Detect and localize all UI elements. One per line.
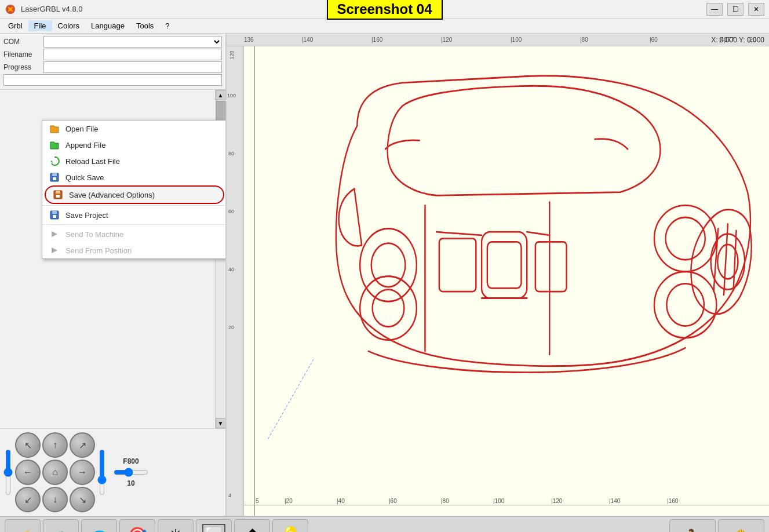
- ruler-left-tick-120: 120: [229, 50, 235, 59]
- left-panel: COM Filename Progress type goc ▲ ▼: [0, 34, 226, 516]
- jog-home-btn[interactable]: ⌂: [42, 460, 68, 485]
- axis-x-140: |140: [609, 498, 620, 504]
- menu-append-file[interactable]: Append File: [42, 137, 225, 153]
- tool-lightning-btn[interactable]: ⚡: [5, 519, 41, 532]
- axis-x-100: |100: [493, 498, 504, 504]
- ruler-top-tick-60: |60: [650, 37, 658, 43]
- maximize-button[interactable]: ☐: [727, 3, 744, 16]
- jog-left-btn[interactable]: ←: [15, 460, 41, 485]
- lightning-icon: ⚡: [12, 529, 34, 533]
- menu-separator-1: [42, 205, 225, 206]
- x-axis-line: [244, 505, 769, 505]
- tool-center-btn[interactable]: 🎯 Center: [119, 519, 155, 532]
- progress-row: Progress: [3, 61, 222, 73]
- svg-rect-27: [439, 239, 476, 291]
- car-outline-svg: [244, 46, 753, 497]
- walk-icon: 🚶: [681, 528, 704, 532]
- jog-right-btn[interactable]: →: [70, 460, 95, 485]
- blink-icon: 💡: [280, 526, 301, 533]
- progress-label: Progress: [3, 63, 41, 71]
- ruler-top-tick-100: |100: [511, 37, 522, 43]
- jog-downright-btn[interactable]: ↘: [70, 487, 95, 512]
- app-logo: [5, 3, 16, 15]
- speed-label: F800: [123, 457, 139, 465]
- svg-point-17: [360, 276, 417, 340]
- reload-file-icon: [49, 156, 60, 166]
- menu-quick-save[interactable]: Quick Save: [42, 169, 225, 185]
- jog-downleft-btn[interactable]: ↙: [15, 487, 41, 512]
- menu-tools[interactable]: Tools: [130, 20, 159, 31]
- filename-input[interactable]: [43, 49, 222, 60]
- menu-file[interactable]: File: [28, 20, 52, 31]
- save-project-label: Save Project: [65, 211, 108, 220]
- axis-x-160: |160: [667, 498, 678, 504]
- svg-point-15: [360, 228, 417, 301]
- scroll-up-btn[interactable]: ▲: [216, 90, 226, 100]
- menu-language[interactable]: Language: [85, 20, 130, 31]
- tool-hand-btn[interactable]: ✋: [718, 519, 764, 532]
- menu-save-project[interactable]: Save Project: [42, 207, 225, 223]
- tool-blink-btn[interactable]: 💡 Blink: [272, 519, 308, 532]
- tool-globe-btn[interactable]: 🌐: [81, 519, 117, 532]
- svg-marker-13: [52, 247, 57, 253]
- svg-rect-20: [487, 242, 522, 288]
- command-input[interactable]: type goc: [3, 74, 222, 86]
- menu-colors[interactable]: Colors: [52, 20, 86, 31]
- tool-lock-btn[interactable]: 🔒: [43, 519, 79, 532]
- right-canvas: X: 0,000 Y: 0,000 136 |140 |160 |120 |10…: [226, 34, 769, 516]
- ruler-left-tick-4: 4: [228, 493, 231, 498]
- right-speed-slider[interactable]: [97, 449, 107, 495]
- com-select[interactable]: [43, 36, 222, 48]
- left-speed-slider[interactable]: [3, 449, 13, 495]
- svg-rect-10: [52, 211, 57, 214]
- send-position-label: Send From Position: [65, 246, 132, 255]
- jog-up-btn[interactable]: ↑: [42, 432, 68, 458]
- ruler-top-tick-120: |120: [441, 37, 452, 43]
- menu-save-advanced[interactable]: Save (Advanced Options): [45, 185, 224, 204]
- svg-rect-4: [52, 173, 57, 176]
- tool-frame-btn[interactable]: ⬜ Frame: [196, 519, 232, 532]
- jog-upright-btn[interactable]: ↗: [70, 432, 95, 458]
- save-advanced-label: Save (Advanced Options): [69, 191, 155, 199]
- scroll-down-btn[interactable]: ▼: [216, 418, 226, 428]
- screenshot-badge: Screenshot 04: [326, 0, 442, 20]
- send-machine-label: Send To Machine: [65, 230, 123, 239]
- canvas-coords: X: 0,000 Y: 0,000: [711, 36, 764, 44]
- open-file-label: Open File: [65, 125, 98, 133]
- minimize-button[interactable]: —: [706, 3, 723, 16]
- send-position-icon: [49, 245, 60, 256]
- tool-walk-btn[interactable]: 🚶: [669, 519, 716, 532]
- speed-slider-h[interactable]: [114, 468, 148, 477]
- tool-corner-btn[interactable]: ✳ Corner: [158, 519, 194, 532]
- jog-down-btn[interactable]: ↓: [42, 487, 68, 512]
- jog-upleft-btn[interactable]: ↖: [15, 432, 41, 458]
- ruler-left-tick-40: 40: [228, 267, 234, 272]
- menu-reload-file[interactable]: Reload Last File: [42, 153, 225, 169]
- menu-open-file[interactable]: Open File: [42, 121, 225, 137]
- file-dropdown-menu: Open File Append File Reload Last File: [42, 120, 225, 259]
- svg-rect-28: [535, 242, 567, 291]
- svg-point-23: [654, 272, 716, 338]
- axis-x-120: |120: [551, 498, 562, 504]
- tool-focus-btn[interactable]: ⬆ Focus: [234, 519, 270, 532]
- com-label: COM: [3, 38, 41, 46]
- filename-row: Filename: [3, 49, 222, 60]
- main-layout: COM Filename Progress type goc ▲ ▼: [0, 34, 769, 516]
- save-advanced-icon: [53, 190, 63, 200]
- ruler-top-tick-136: 136: [244, 37, 254, 43]
- ruler-top: 136 |140 |160 |120 |100 |80 |60 |40 |20 …: [227, 34, 769, 46]
- menu-grbl[interactable]: Grbl: [2, 20, 28, 31]
- jog-grid: ↖ ↑ ↗ ← ⌂ → ↙ ↓ ↘: [15, 432, 95, 512]
- menu-help[interactable]: ?: [159, 20, 175, 31]
- axis-x-40: |40: [337, 498, 345, 504]
- axis-x-60: |60: [389, 498, 397, 504]
- command-row: type goc: [3, 74, 222, 86]
- progress-input[interactable]: [43, 61, 222, 73]
- axis-origin-label: 5: [256, 498, 259, 504]
- close-button[interactable]: ✕: [748, 3, 764, 16]
- svg-point-18: [373, 290, 404, 327]
- ruler-left-tick-100: 100: [227, 93, 236, 99]
- svg-rect-5: [53, 177, 56, 180]
- quick-save-icon: [49, 172, 60, 183]
- quick-save-label: Quick Save: [65, 173, 104, 182]
